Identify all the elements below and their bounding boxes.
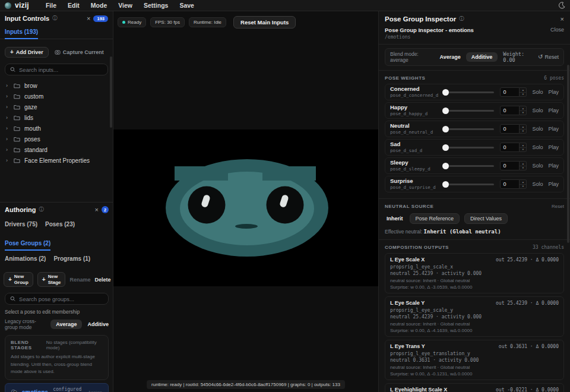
weight-slider[interactable] xyxy=(444,147,494,148)
weight-stepper[interactable]: ▴ ▾ xyxy=(520,106,527,115)
info-icon[interactable]: ⓘ xyxy=(459,17,464,21)
neutral-source-option[interactable]: Direct Values xyxy=(464,213,508,224)
neutral-reset-button[interactable]: Reset xyxy=(552,204,564,209)
weight-stepper[interactable]: ▴ ▾ xyxy=(520,124,527,134)
weight-input[interactable]: 0 xyxy=(500,179,520,189)
authoring-tab[interactable]: Animations (2) xyxy=(5,254,46,265)
stepper-down-icon[interactable]: ▾ xyxy=(520,148,526,152)
weight-stepper[interactable]: ▴ ▾ xyxy=(520,87,527,97)
stepper-down-icon[interactable]: ▾ xyxy=(520,129,526,134)
authoring-tab[interactable]: Poses (23) xyxy=(45,219,75,230)
blend-mode-button[interactable]: Average xyxy=(440,54,461,60)
stepper-down-icon[interactable]: ▾ xyxy=(520,111,526,115)
scrollbar-thumb[interactable] xyxy=(110,56,112,128)
play-button[interactable]: Play xyxy=(548,181,559,187)
menu-item[interactable]: Mode xyxy=(91,2,107,9)
neutral-source-option[interactable]: Pose Reference xyxy=(410,213,460,224)
authoring-tab[interactable]: Pose Groups (2) xyxy=(5,238,50,251)
weight-input[interactable]: 0 xyxy=(500,106,520,115)
authoring-tab[interactable]: Programs (1) xyxy=(53,254,90,265)
menu-item[interactable]: Save xyxy=(179,2,194,9)
close-icon[interactable]: × xyxy=(95,207,99,213)
slider-knob[interactable] xyxy=(442,126,449,132)
delete-button[interactable]: Delete xyxy=(95,277,111,283)
menu-item[interactable]: View xyxy=(118,2,132,9)
stepper-down-icon[interactable]: ▾ xyxy=(520,185,526,189)
new-group-button[interactable]: + New Group xyxy=(4,272,33,287)
stepper-up-icon[interactable]: ▴ xyxy=(520,180,526,185)
slider-knob[interactable] xyxy=(442,89,449,96)
stepper-up-icon[interactable]: ▴ xyxy=(520,125,526,129)
weight-input[interactable]: 0 xyxy=(500,143,520,152)
new-stage-button[interactable]: + New Stage xyxy=(37,272,66,287)
tree-item[interactable]: › mouth xyxy=(0,123,113,134)
weight-slider[interactable] xyxy=(444,110,494,112)
close-icon[interactable]: × xyxy=(560,16,564,23)
rename-button[interactable]: Rename xyxy=(69,277,90,283)
capture-current-button[interactable]: Capture Current xyxy=(55,49,104,55)
pose-groups-search-input[interactable] xyxy=(19,296,103,302)
tree-item[interactable]: › Face Element Properties xyxy=(0,155,113,166)
stepper-up-icon[interactable]: ▴ xyxy=(520,88,526,93)
inputs-search-input[interactable] xyxy=(19,67,103,73)
stepper-up-icon[interactable]: ▴ xyxy=(520,106,526,111)
stepper-up-icon[interactable]: ▴ xyxy=(520,143,526,148)
add-driver-button[interactable]: + Add Driver xyxy=(5,47,49,58)
tree-item[interactable]: › lids xyxy=(0,112,113,123)
menu-item[interactable]: Edit xyxy=(68,2,80,9)
weight-stepper[interactable]: ▴ ▾ xyxy=(520,179,527,189)
slider-knob[interactable] xyxy=(442,144,449,151)
weight-input[interactable]: 0 xyxy=(500,161,520,170)
legacy-mode-button[interactable]: Additive xyxy=(87,321,109,327)
blend-mode-button[interactable]: Additive xyxy=(466,52,498,62)
solo-button[interactable]: Solo xyxy=(532,108,543,113)
solo-button[interactable]: Solo xyxy=(532,126,543,132)
play-button[interactable]: Play xyxy=(548,108,559,113)
play-button[interactable]: Play xyxy=(548,144,559,150)
reset-button[interactable]: ↺ Reset xyxy=(538,54,559,60)
slider-knob[interactable] xyxy=(442,181,449,188)
tree-item[interactable]: › standard xyxy=(0,144,113,155)
pose-groups-search[interactable] xyxy=(5,293,109,305)
tree-item[interactable]: › gaze xyxy=(0,102,113,112)
solo-button[interactable]: Solo xyxy=(532,89,543,95)
inspector-close-button[interactable]: Close xyxy=(550,27,564,33)
stepper-down-icon[interactable]: ▾ xyxy=(520,166,526,170)
pose-group-row[interactable]: emotions configured 6 Assign xyxy=(5,383,109,392)
menu-item[interactable]: Settings xyxy=(144,2,168,9)
solo-button[interactable]: Solo xyxy=(532,163,543,169)
play-button[interactable]: Play xyxy=(548,126,559,132)
weight-slider[interactable] xyxy=(444,184,494,185)
inputs-search[interactable] xyxy=(5,64,108,75)
scrollbar-thumb[interactable] xyxy=(567,65,569,243)
authoring-tab[interactable]: Drivers (75) xyxy=(5,219,37,230)
weight-slider[interactable] xyxy=(444,165,494,167)
slider-knob[interactable] xyxy=(442,108,449,114)
stepper-up-icon[interactable]: ▴ xyxy=(520,162,526,166)
info-icon[interactable]: ⓘ xyxy=(52,16,57,21)
weight-stepper[interactable]: ▴ ▾ xyxy=(520,161,527,170)
weight-stepper[interactable]: ▴ ▾ xyxy=(520,143,527,152)
reset-main-inputs-button[interactable]: Reset Main Inputs xyxy=(233,16,296,29)
stepper-down-icon[interactable]: ▾ xyxy=(520,93,526,97)
weight-input[interactable]: 0 xyxy=(500,124,520,134)
play-button[interactable]: Play xyxy=(548,163,559,169)
legacy-mode-button[interactable]: Average xyxy=(50,320,82,329)
solo-button[interactable]: Solo xyxy=(532,144,543,150)
render-stage[interactable] xyxy=(113,129,378,286)
assign-button[interactable]: Assign xyxy=(88,390,102,392)
weight-slider[interactable] xyxy=(444,91,494,93)
tab-inputs[interactable]: Inputs (193) xyxy=(5,27,38,39)
close-icon[interactable]: × xyxy=(87,15,90,22)
tree-item[interactable]: › custom xyxy=(0,91,113,102)
weight-slider[interactable] xyxy=(444,128,494,130)
neutral-source-option[interactable]: Inherit xyxy=(385,213,405,224)
play-button[interactable]: Play xyxy=(548,89,559,95)
tree-item[interactable]: › poses xyxy=(0,134,113,144)
menu-item[interactable]: File xyxy=(46,2,56,9)
info-icon[interactable]: ⓘ xyxy=(39,207,44,212)
theme-toggle[interactable] xyxy=(558,2,565,9)
slider-knob[interactable] xyxy=(442,163,449,169)
tree-item[interactable]: › brow xyxy=(0,80,113,91)
weight-input[interactable]: 0 xyxy=(500,87,520,97)
